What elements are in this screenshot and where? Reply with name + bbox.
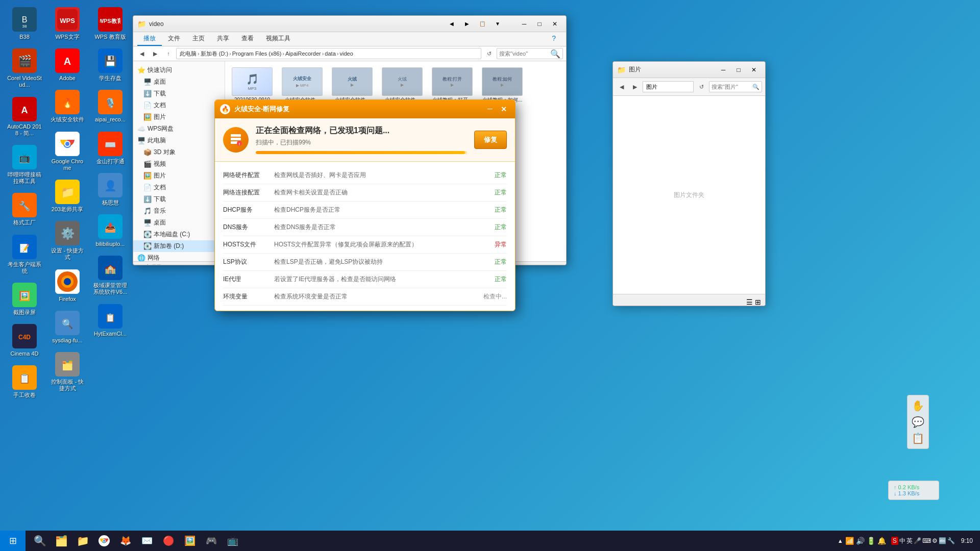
tree-3d[interactable]: 📦 3D 对象 — [133, 146, 225, 158]
taskbar-time-display[interactable]: 9:10 — [957, 537, 977, 544]
taskbar-app8[interactable]: 🎮 — [201, 531, 222, 551]
tree-download2[interactable]: ⬇️ 下载 — [133, 193, 225, 205]
nav-back-btn[interactable]: ◀ — [136, 48, 148, 59]
view-list-btn[interactable]: ☰ — [746, 298, 753, 306]
view-grid-btn[interactable]: ⊞ — [755, 298, 761, 306]
address-path[interactable]: 此电脑 › 新加卷 (D:) › Program Files (x86) › A… — [176, 48, 481, 59]
desktop-icon-sysdiag[interactable]: 🔍 sysdiag-fu... — [48, 309, 87, 346]
desktop-icon-firefox[interactable]: Firefox — [48, 267, 87, 305]
nav-up-btn[interactable]: ↑ — [163, 48, 174, 59]
taskbar-explorer[interactable]: 📁 — [72, 531, 93, 551]
float-btn-2[interactable]: 💬 — [912, 416, 924, 428]
taskbar-cortana[interactable]: 🗂️ — [51, 531, 71, 551]
explorer2-minimize[interactable]: ─ — [716, 65, 730, 75]
desktop-icon-kaoshi[interactable]: 📝 考生客户端系统 — [5, 233, 44, 277]
explorer2-maximize[interactable]: □ — [731, 65, 746, 75]
firewall-close-btn[interactable]: ✕ — [498, 103, 510, 115]
taskbar-chrome-app[interactable] — [94, 531, 114, 551]
tray-battery-icon[interactable]: 🔋 — [867, 537, 875, 545]
tray-notify-icon[interactable]: 🔔 — [877, 537, 886, 545]
firewall-action-btn[interactable]: 修复 — [474, 131, 507, 149]
ribbon-help-btn[interactable]: ? — [546, 32, 562, 46]
ime-en[interactable]: 英 — [906, 537, 913, 545]
ime-keyboard[interactable]: ⌨ — [922, 537, 931, 544]
ime-settings[interactable]: ⚙ — [932, 537, 938, 544]
desktop-icon-adobe[interactable]: A Adobe — [48, 46, 87, 84]
tree-zhuomian[interactable]: 🖥️ 桌面 — [133, 76, 225, 88]
desktop-icon-shoujin[interactable]: 📋 手工收卷 — [5, 363, 44, 400]
tree-local-c[interactable]: 💽 本地磁盘 (C:) — [133, 229, 225, 240]
ime-extra[interactable]: 🔧 — [947, 537, 955, 544]
taskbar-app9[interactable]: 📺 — [223, 531, 243, 551]
ribbon-tab-file[interactable]: 文件 — [162, 32, 186, 46]
explorer2-search[interactable]: 🔍 — [709, 81, 762, 92]
ime-s-icon[interactable]: S — [891, 537, 898, 545]
tree-music[interactable]: 🎵 音乐 — [133, 205, 225, 217]
taskbar-search[interactable]: 🔍 — [30, 531, 50, 551]
desktop-icon-b38[interactable]: B38 B38 — [5, 5, 44, 42]
desktop-icon-geshi[interactable]: 🔧 格式工厂 — [5, 191, 44, 228]
ribbon-tab-videotool[interactable]: 视频工具 — [260, 32, 297, 46]
explorer1-toolbar-btn1[interactable]: ◀ — [445, 19, 459, 29]
ime-mic[interactable]: 🎤 — [914, 537, 921, 544]
taskbar-app6[interactable]: 🔴 — [158, 531, 179, 551]
tray-volume-icon[interactable]: 🔊 — [856, 537, 865, 545]
taskbar-firefox-app[interactable]: 🦊 — [115, 531, 136, 551]
nav-refresh-btn[interactable]: ↺ — [483, 48, 495, 59]
ribbon-tab-view[interactable]: 查看 — [235, 32, 260, 46]
tree-doc2[interactable]: 📄 文档 — [133, 182, 225, 193]
desktop-icon-chrome[interactable]: Google Chrome — [48, 130, 87, 173]
tree-this-pc[interactable]: 🖥️ 此电脑 — [133, 135, 225, 146]
tree-pic2[interactable]: 🖼️ 图片 — [133, 170, 225, 182]
ribbon-tab-play[interactable]: 播放 — [137, 32, 162, 46]
desktop-icon-kongzhimianban[interactable]: 🗂️ 控制面板 - 快捷方式 — [48, 350, 87, 394]
tree-kuaisufangwen[interactable]: ⭐ 快速访问 — [133, 64, 225, 76]
explorer2-path[interactable]: 图片 — [643, 81, 694, 92]
desktop-icon-hytexam[interactable]: 📋 HytExamCl... — [91, 302, 130, 339]
desktop-icon-cinema4d[interactable]: C4D Cinema 4D — [5, 322, 44, 359]
desktop-icon-bilibili[interactable]: 📺 哔哩哔哩接稿拉稀工具 — [5, 143, 44, 187]
tree-wendang[interactable]: 📄 文档 — [133, 99, 225, 111]
ime-lang[interactable]: 中 — [899, 537, 905, 545]
tree-wps-cloud[interactable]: ☁️ WPS网盘 — [133, 123, 225, 135]
nav-forward-btn[interactable]: ▶ — [150, 48, 161, 59]
explorer2-close[interactable]: ✕ — [747, 65, 761, 75]
explorer1-minimize-btn[interactable]: ─ — [517, 19, 531, 29]
float-btn-1[interactable]: ✋ — [912, 399, 924, 412]
tree-network[interactable]: 🌐 网络 — [133, 252, 225, 261]
tree-tupian[interactable]: 🖼️ 图片 — [133, 111, 225, 123]
show-desktop-btn[interactable] — [977, 531, 980, 551]
tree-xiazai[interactable]: ⬇️ 下载 — [133, 88, 225, 99]
desktop-icon-huorong[interactable]: 🔥 火绒安全软件 — [48, 88, 87, 125]
desktop-icon-203laohan[interactable]: 📁 203老师共享 — [48, 178, 87, 215]
desktop-icon-yangsi[interactable]: 👤 杨思慧 — [91, 171, 130, 208]
explorer2-refresh[interactable]: ↺ — [696, 81, 707, 92]
taskbar-app5[interactable]: ✉️ — [137, 531, 157, 551]
explorer1-toolbar-btn2[interactable]: ▶ — [460, 19, 474, 29]
desktop-icon-jinshan[interactable]: ⌨️ 金山打字通 — [91, 130, 130, 167]
desktop-icon-wps-edu[interactable]: WPS教育 WPS 教育版 — [91, 5, 130, 42]
desktop-icon-juchenji[interactable]: 🏫 极域课堂管理系统软件V6... — [91, 254, 130, 297]
ribbon-tab-home[interactable]: 主页 — [186, 32, 211, 46]
float-btn-3[interactable]: 📋 — [912, 432, 924, 444]
desktop-icon-biliuplo[interactable]: 📤 bilibiliuplo... — [91, 212, 130, 249]
tray-network-icon[interactable]: 📶 — [845, 537, 854, 545]
desktop-icon-xuesheng[interactable]: 💾 学生存盘 — [91, 46, 130, 84]
tree-desktop2[interactable]: 🖥️ 桌面 — [133, 217, 225, 229]
taskbar-app7[interactable]: 🖼️ — [180, 531, 200, 551]
explorer2-forward[interactable]: ▶ — [629, 81, 641, 92]
ime-translate[interactable]: 🔤 — [939, 537, 946, 544]
desktop-icon-corel-video[interactable]: 🎬 Corel VideoStud... — [5, 46, 44, 90]
start-button[interactable]: ⊞ — [0, 531, 26, 551]
tree-new-d[interactable]: 💽 新加卷 (D:) — [133, 240, 225, 252]
search-input[interactable] — [497, 51, 548, 57]
explorer1-close-btn[interactable]: ✕ — [548, 19, 562, 29]
desktop-icon-shezhi[interactable]: ⚙️ 设置 - 快捷方式 — [48, 219, 87, 263]
explorer1-maximize-btn[interactable]: □ — [532, 19, 547, 29]
desktop-icon-autocad[interactable]: A AutoCAD 2018 - 简... — [5, 95, 44, 139]
explorer2-back[interactable]: ◀ — [616, 81, 627, 92]
explorer1-toolbar-btn4[interactable]: ▼ — [491, 19, 505, 29]
desktop-icon-jipiao[interactable]: 🖼️ 截图录屏 — [5, 281, 44, 318]
ribbon-tab-share[interactable]: 共享 — [211, 32, 235, 46]
explorer2-search-input[interactable] — [709, 84, 750, 90]
